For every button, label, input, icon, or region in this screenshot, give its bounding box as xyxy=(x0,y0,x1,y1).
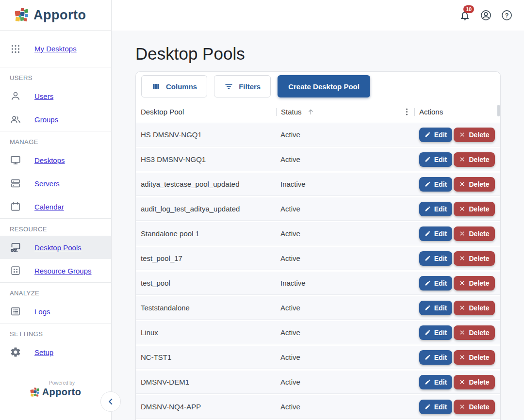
column-menu-icon[interactable] xyxy=(402,107,411,116)
sidebar-collapse-button[interactable] xyxy=(100,391,121,412)
sidebar-item-calendar[interactable]: Calendar xyxy=(0,195,111,218)
help-button[interactable]: ? xyxy=(498,7,515,24)
powered-by: Powered by Apporto xyxy=(0,380,111,398)
delete-button[interactable]: Delete xyxy=(454,375,495,389)
delete-button[interactable]: Delete xyxy=(454,177,495,192)
pool-name: Linux xyxy=(136,328,276,337)
logs-link[interactable]: Logs xyxy=(34,307,50,316)
close-icon xyxy=(459,404,465,410)
calendar-link[interactable]: Calendar xyxy=(34,203,64,211)
edit-button-label: Edit xyxy=(434,156,447,163)
person-icon xyxy=(10,90,21,102)
pencil-icon xyxy=(425,354,431,360)
close-icon xyxy=(459,329,465,336)
pencil-icon xyxy=(425,305,431,311)
calendar-icon xyxy=(10,201,21,212)
column-header-status[interactable]: Status xyxy=(281,108,302,116)
sidebar-item-resource-groups[interactable]: Resource Groups xyxy=(0,259,111,282)
apporto-footer-logo-icon xyxy=(30,387,40,398)
section-title-settings: SETTINGS xyxy=(0,323,111,340)
delete-button[interactable]: Delete xyxy=(454,325,495,340)
edit-button[interactable]: Edit xyxy=(419,301,452,315)
pool-status: Active xyxy=(276,353,414,361)
gear-icon xyxy=(10,346,21,358)
notifications-button[interactable]: 10 xyxy=(456,7,474,24)
sidebar-item-users[interactable]: Users xyxy=(0,84,111,108)
edit-button-label: Edit xyxy=(434,180,447,188)
table-row: test_pool Inactive Edit Delete xyxy=(136,272,500,295)
pencil-icon xyxy=(425,230,431,237)
edit-button[interactable]: Edit xyxy=(419,128,452,142)
delete-button[interactable]: Delete xyxy=(454,128,495,142)
edit-button-label: Edit xyxy=(434,378,447,386)
table-row: test_pool_17 Active Edit Delete xyxy=(136,247,500,270)
edit-button[interactable]: Edit xyxy=(419,350,452,365)
edit-button-label: Edit xyxy=(434,131,447,139)
delete-button[interactable]: Delete xyxy=(454,400,495,414)
pencil-icon xyxy=(425,181,431,187)
close-icon xyxy=(459,181,465,187)
brand-logo[interactable]: Apporto xyxy=(0,0,111,31)
edit-button[interactable]: Edit xyxy=(419,177,452,192)
edit-button[interactable]: Edit xyxy=(419,276,452,291)
section-title-resource: RESOURCE xyxy=(0,219,111,236)
pencil-icon xyxy=(425,280,431,286)
close-icon xyxy=(459,280,465,286)
edit-button[interactable]: Edit xyxy=(419,202,452,216)
users-link[interactable]: Users xyxy=(34,92,53,100)
sidebar-item-setup[interactable]: Setup xyxy=(0,340,111,364)
section-title-analyze: ANALYZE xyxy=(0,283,111,300)
table-row: DMSNV-DEM1 Active Edit Delete xyxy=(136,371,500,394)
scrollbar-thumb[interactable] xyxy=(497,105,500,116)
filters-button[interactable]: Filters xyxy=(214,75,271,97)
desktops-link[interactable]: Desktops xyxy=(34,156,65,164)
close-icon xyxy=(459,379,465,385)
pool-status: Active xyxy=(276,328,414,337)
sidebar-item-logs[interactable]: Logs xyxy=(0,300,111,323)
edit-button[interactable]: Edit xyxy=(419,400,452,414)
columns-button[interactable]: Columns xyxy=(141,75,207,97)
app-root: Apporto My Desktops USERS xyxy=(0,0,524,420)
edit-button-label: Edit xyxy=(434,329,447,337)
main-area: 10 ? Desktop Pools xyxy=(112,0,524,420)
sidebar-item-servers[interactable]: Servers xyxy=(0,172,111,195)
delete-button[interactable]: Delete xyxy=(454,251,495,266)
desktop-pools-link[interactable]: Desktop Pools xyxy=(34,243,82,252)
sidebar-item-desktops[interactable]: Desktops xyxy=(0,148,111,172)
servers-link[interactable]: Servers xyxy=(34,179,60,188)
monitor-icon xyxy=(10,154,21,166)
sort-ascending-icon[interactable] xyxy=(307,108,315,116)
delete-button[interactable]: Delete xyxy=(454,152,495,167)
delete-button[interactable]: Delete xyxy=(454,350,495,365)
edit-button[interactable]: Edit xyxy=(419,226,452,241)
delete-button-label: Delete xyxy=(469,180,489,188)
delete-button[interactable]: Delete xyxy=(454,276,495,291)
groups-link[interactable]: Groups xyxy=(34,115,58,124)
account-button[interactable] xyxy=(477,7,494,24)
delete-button-label: Delete xyxy=(469,255,489,262)
sidebar-item-groups[interactable]: Groups xyxy=(0,108,111,131)
edit-button[interactable]: Edit xyxy=(419,375,452,389)
create-desktop-pool-button[interactable]: Create Desktop Pool xyxy=(278,75,370,97)
delete-button[interactable]: Delete xyxy=(454,202,495,216)
sidebar-item-desktop-pools[interactable]: Desktop Pools xyxy=(0,236,111,259)
my-desktops-link[interactable]: My Desktops xyxy=(34,45,77,53)
help-icon: ? xyxy=(501,9,513,21)
pool-status: Active xyxy=(276,130,414,139)
resource-groups-link[interactable]: Resource Groups xyxy=(34,267,92,275)
delete-button[interactable]: Delete xyxy=(454,226,495,241)
pool-status: Active xyxy=(276,229,414,238)
section-users: USERS Users xyxy=(0,67,111,131)
table-row: HS3 DMSNV-NGQ1 Active Edit Delete xyxy=(136,148,500,171)
pencil-icon xyxy=(425,255,431,261)
edit-button[interactable]: Edit xyxy=(419,251,452,266)
column-header-desktop-pool[interactable]: Desktop Pool xyxy=(136,108,276,116)
sidebar-item-my-desktops[interactable]: My Desktops xyxy=(0,31,111,67)
powered-by-label: Powered by xyxy=(13,380,111,386)
delete-button[interactable]: Delete xyxy=(454,301,495,315)
edit-button[interactable]: Edit xyxy=(419,325,452,340)
edit-button[interactable]: Edit xyxy=(419,152,452,167)
pool-name: DMSNV-DEM1 xyxy=(136,378,276,386)
setup-link[interactable]: Setup xyxy=(34,348,53,356)
desktop-pools-card: Columns Filters Create Desktop Pool Desk… xyxy=(135,71,501,420)
